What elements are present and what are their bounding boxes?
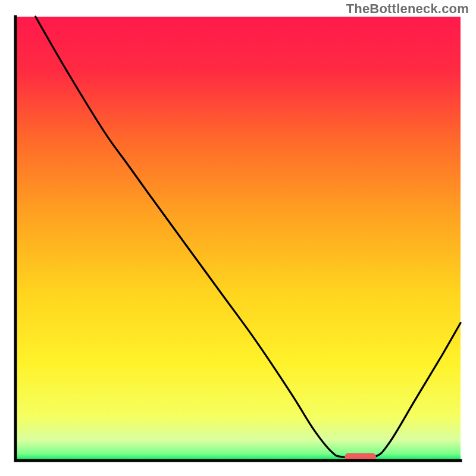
watermark-text: TheBottleneck.com	[346, 1, 469, 17]
plot-background	[15, 17, 461, 461]
bottleneck-chart	[0, 0, 476, 476]
chart-container: TheBottleneck.com	[0, 0, 476, 476]
